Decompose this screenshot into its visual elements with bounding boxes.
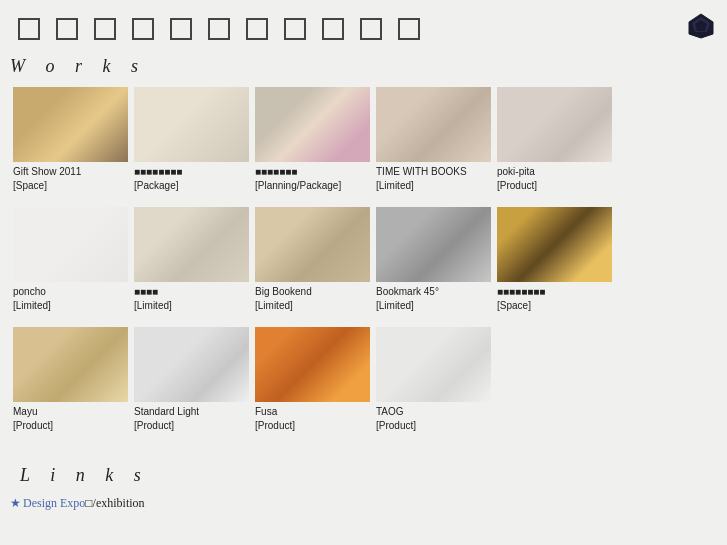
work-item-12[interactable]: Fusa[Product] [255, 327, 370, 433]
work-item-3[interactable]: TIME WITH BOOKS[Limited] [376, 87, 491, 193]
links-title: L i n k s [10, 457, 717, 496]
work-label-3: TIME WITH BOOKS[Limited] [376, 165, 491, 193]
work-label-2: ■■■■■■■[Planning/Package] [255, 165, 370, 193]
nav-item-11[interactable] [398, 18, 420, 40]
works-section: W o r k s Gift Show 2011[Space]■■■■■■■■[… [0, 48, 727, 447]
work-thumb-9 [497, 207, 612, 282]
work-item-9[interactable]: ■■■■■■■■[Space] [497, 207, 612, 313]
nav-item-8[interactable] [284, 18, 306, 40]
work-thumb-12 [255, 327, 370, 402]
work-label-12: Fusa[Product] [255, 405, 370, 433]
work-label-8: Bookmark 45°[Limited] [376, 285, 491, 313]
work-thumb-3 [376, 87, 491, 162]
links-list: Design Expo□/exhibition [10, 496, 717, 511]
nav-item-7[interactable] [246, 18, 268, 40]
nav-item-3[interactable] [94, 18, 116, 40]
nav-item-2[interactable] [56, 18, 78, 40]
work-thumb-0 [13, 87, 128, 162]
work-label-6: ■■■■[Limited] [134, 285, 249, 313]
work-thumb-7 [255, 207, 370, 282]
work-label-7: Big Bookend[Limited] [255, 285, 370, 313]
work-item-10[interactable]: Mayu[Product] [13, 327, 128, 433]
works-title: W o r k s [0, 48, 727, 87]
work-thumb-1 [134, 87, 249, 162]
nav-item-5[interactable] [170, 18, 192, 40]
nav-item-6[interactable] [208, 18, 230, 40]
work-label-9: ■■■■■■■■[Space] [497, 285, 612, 313]
work-item-1[interactable]: ■■■■■■■■[Package] [134, 87, 249, 193]
work-label-13: TAOG[Product] [376, 405, 491, 433]
work-item-5[interactable]: poncho[Limited] [13, 207, 128, 313]
nav-item-1[interactable] [18, 18, 40, 40]
nav-item-9[interactable] [322, 18, 344, 40]
work-label-1: ■■■■■■■■[Package] [134, 165, 249, 193]
work-thumb-13 [376, 327, 491, 402]
work-thumb-5 [13, 207, 128, 282]
work-thumb-2 [255, 87, 370, 162]
work-thumb-6 [134, 207, 249, 282]
work-thumb-4 [497, 87, 612, 162]
work-label-11: Standard Light[Product] [134, 405, 249, 433]
work-label-4: poki-pita[Product] [497, 165, 612, 193]
work-label-10: Mayu[Product] [13, 405, 128, 433]
work-item-13[interactable]: TAOG[Product] [376, 327, 491, 433]
work-item-2[interactable]: ■■■■■■■[Planning/Package] [255, 87, 370, 193]
main-nav [0, 0, 727, 48]
work-thumb-8 [376, 207, 491, 282]
work-item-6[interactable]: ■■■■[Limited] [134, 207, 249, 313]
link-design-expo[interactable]: Design Expo [10, 496, 85, 510]
work-item-11[interactable]: Standard Light[Product] [134, 327, 249, 433]
works-grid: Gift Show 2011[Space]■■■■■■■■[Package]■■… [0, 87, 727, 447]
work-thumb-10 [13, 327, 128, 402]
work-item-7[interactable]: Big Bookend[Limited] [255, 207, 370, 313]
work-item-4[interactable]: poki-pita[Product] [497, 87, 612, 193]
links-section: L i n k s Design Expo□/exhibition [0, 447, 727, 521]
nav-item-4[interactable] [132, 18, 154, 40]
work-label-0: Gift Show 2011[Space] [13, 165, 128, 193]
work-label-5: poncho[Limited] [13, 285, 128, 313]
work-item-0[interactable]: Gift Show 2011[Space] [13, 87, 128, 193]
work-item-8[interactable]: Bookmark 45°[Limited] [376, 207, 491, 313]
work-thumb-11 [134, 327, 249, 402]
link-separator: □/exhibition [85, 496, 144, 510]
nav-item-10[interactable] [360, 18, 382, 40]
site-logo[interactable] [687, 12, 715, 40]
